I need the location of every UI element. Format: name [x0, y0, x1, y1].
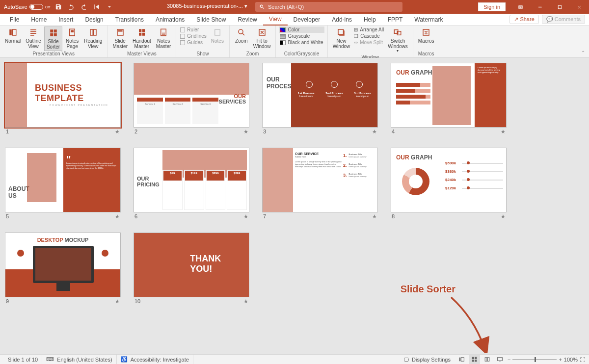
svg-rect-27 — [461, 358, 464, 362]
fit-button[interactable]: Fit to Window — [251, 26, 273, 50]
cascade-button[interactable]: ❐Cascade — [353, 33, 385, 39]
slide-thumbnail[interactable]: OURSERVICES Service 1Service 2Service 3 … — [134, 63, 249, 135]
color-button[interactable]: Color — [279, 26, 324, 33]
share-button[interactable]: ↗ Share — [509, 15, 538, 24]
status-language[interactable]: ⌨English (United States) — [42, 355, 117, 364]
tab-developer[interactable]: Developer — [288, 14, 326, 25]
normal-view-icon[interactable] — [456, 355, 467, 364]
title-bar: AutoSave Off 30085-business-presentation… — [0, 0, 589, 14]
slide-thumbnail[interactable]: OURPROCESS 1st Processlorem ipsum2nd Pro… — [262, 63, 378, 135]
group-macros: Macros Macros — [413, 26, 439, 57]
svg-rect-8 — [50, 33, 53, 36]
slide-sorter-view-icon[interactable] — [469, 355, 480, 364]
status-bar: Slide 1 of 10 ⌨English (United States) ♿… — [0, 354, 589, 364]
slide-thumbnail[interactable]: THANKYOU! 10★ — [134, 233, 249, 305]
search-icon — [259, 4, 265, 10]
zoom-button[interactable]: Zoom — [233, 26, 250, 45]
svg-rect-3 — [558, 5, 561, 8]
annotation-label: Slide Sorter — [401, 284, 455, 295]
svg-rect-32 — [498, 358, 503, 361]
notes-button[interactable]: Notes — [209, 26, 226, 45]
macros-button[interactable]: Macros — [416, 26, 436, 45]
status-accessibility[interactable]: ♿Accessibility: Investigate — [117, 355, 193, 364]
group-color: Color Grayscale Black and White Color/Gr… — [276, 26, 327, 57]
slide-thumbnail[interactable]: OURPRICING $99 $199 $299 $399 6★ — [134, 148, 249, 220]
zoom-slider[interactable]: −+ 100% ⛶ — [508, 357, 585, 363]
tab-design[interactable]: Design — [79, 14, 109, 25]
tab-fppt[interactable]: FPPT — [382, 14, 409, 25]
tab-review[interactable]: Review — [232, 14, 263, 25]
slide-thumbnail[interactable]: ABOUTUS "Lorem ipsum is simply dummy tex… — [5, 148, 121, 220]
outline-view-button[interactable]: Outline View — [24, 26, 43, 50]
maximize-icon[interactable] — [550, 0, 569, 14]
bw-button[interactable]: Black and White — [279, 39, 324, 46]
tab-help[interactable]: Help — [358, 14, 382, 25]
tab-transitions[interactable]: Transitions — [109, 14, 150, 25]
svg-rect-5 — [12, 29, 16, 35]
notes-master-button[interactable]: Notes Master — [154, 26, 173, 50]
group-presentation-views: Normal Outline View Slide Sorter Notes P… — [0, 26, 107, 57]
group-show: Ruler Gridlines Guides Notes Show — [176, 26, 229, 57]
ribbon: Normal Outline View Slide Sorter Notes P… — [0, 26, 589, 58]
handout-master-button[interactable]: Handout Master — [131, 26, 153, 50]
display-settings-button[interactable]: 🖵Display Settings — [400, 357, 455, 363]
notes-page-button[interactable]: Notes Page — [63, 26, 81, 50]
svg-rect-2 — [538, 7, 541, 7]
reading-view-icon[interactable] — [482, 355, 493, 364]
autosave-toggle[interactable]: AutoSave Off — [4, 4, 50, 10]
slide-thumbnail[interactable]: OUR GRAPH Lorem ipsum is simply dummy te… — [391, 63, 507, 135]
tab-watermark[interactable]: Watermark — [408, 14, 449, 25]
reading-view-button[interactable]: Reading View — [82, 26, 104, 50]
new-window-button[interactable]: New Window — [331, 26, 352, 50]
close-icon[interactable] — [569, 0, 589, 14]
group-master-views: Slide Master Handout Master Notes Master… — [107, 26, 176, 57]
tab-view[interactable]: View — [263, 14, 288, 26]
normal-view-button[interactable]: Normal — [3, 26, 23, 45]
status-slide[interactable]: Slide 1 of 10 — [4, 355, 42, 364]
slide-master-button[interactable]: Slide Master — [110, 26, 130, 50]
svg-rect-13 — [118, 30, 122, 32]
slide-thumbnail[interactable]: OUR GRAPH $590k $360k $240k $120k 8★ — [391, 148, 507, 220]
comments-button[interactable]: 💬 Comments — [542, 15, 585, 24]
switch-windows-button[interactable]: Switch Windows▾ — [386, 26, 410, 54]
tab-animations[interactable]: Animations — [150, 14, 190, 25]
tab-insert[interactable]: Insert — [53, 14, 79, 25]
annotation-arrow-icon — [447, 294, 491, 353]
slide-thumbnail[interactable]: DESKTOP MOCKUP 9★ — [5, 233, 121, 305]
from-beginning-icon[interactable] — [92, 2, 101, 11]
fit-icon[interactable]: ⛶ — [580, 357, 585, 363]
svg-rect-17 — [142, 33, 145, 36]
minimize-icon[interactable] — [530, 0, 550, 14]
slide-thumbnail[interactable]: OUR SERVICESubtitle hereLorem ipsum is s… — [262, 148, 378, 220]
grayscale-button[interactable]: Grayscale — [279, 33, 324, 39]
search-box[interactable]: Search (Alt+Q) — [255, 2, 402, 12]
document-title[interactable]: 30085-business-presentation-... ▾ — [167, 3, 247, 9]
slide-thumbnail[interactable]: BUSINESSTEMPLATE POWERPOINT PRESENTATION… — [5, 63, 121, 135]
svg-rect-30 — [472, 360, 474, 362]
svg-rect-14 — [139, 29, 141, 32]
arrange-all-button[interactable]: ⊞Arrange All — [353, 26, 385, 33]
collapse-ribbon-icon[interactable]: ⌃ — [581, 50, 585, 55]
slide-sorter-button[interactable]: Slide Sorter — [44, 26, 62, 51]
svg-point-20 — [239, 29, 243, 34]
tab-addins[interactable]: Add-ins — [326, 14, 358, 25]
redo-icon[interactable] — [80, 2, 88, 11]
move-split-button[interactable]: ⇔Move Split — [353, 39, 385, 46]
ruler-checkbox[interactable]: Ruler — [179, 26, 207, 33]
svg-rect-16 — [139, 33, 141, 36]
slideshow-icon[interactable] — [495, 355, 506, 364]
undo-icon[interactable] — [67, 2, 76, 11]
signin-button[interactable]: Sign in — [478, 2, 506, 11]
tab-slideshow[interactable]: Slide Show — [190, 14, 232, 25]
gridlines-checkbox[interactable]: Gridlines — [179, 33, 207, 39]
save-icon[interactable] — [54, 2, 63, 11]
svg-rect-15 — [142, 29, 145, 32]
qat-more-icon[interactable] — [105, 2, 114, 11]
svg-rect-4 — [9, 29, 12, 35]
ribbon-display-icon[interactable] — [510, 0, 530, 14]
guides-checkbox[interactable]: Guides — [179, 39, 207, 46]
tab-home[interactable]: Home — [25, 14, 53, 25]
tab-file[interactable]: File — [4, 14, 25, 25]
svg-rect-7 — [54, 29, 56, 32]
svg-rect-6 — [50, 29, 53, 32]
